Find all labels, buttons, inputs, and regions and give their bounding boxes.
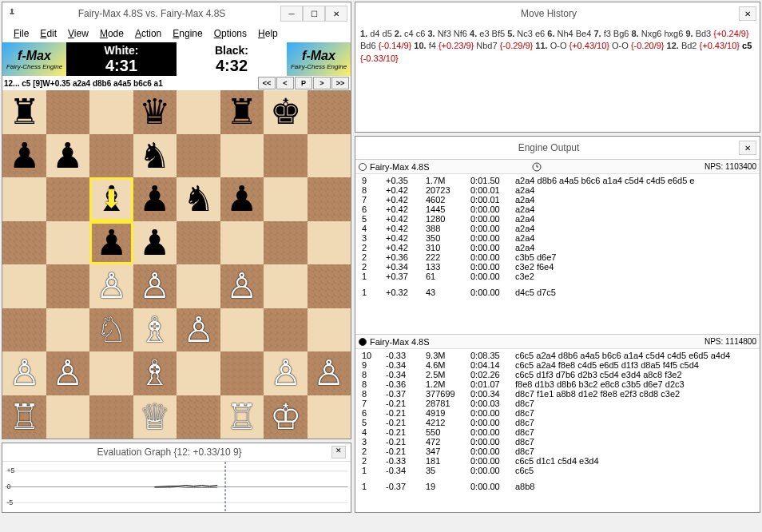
piece[interactable]: ♞ <box>139 138 170 173</box>
nav-btn-[interactable]: << <box>258 77 276 89</box>
square-a2[interactable]: ♙ <box>2 351 46 395</box>
square-b1[interactable] <box>46 395 90 439</box>
square-f8[interactable]: ♜ <box>220 90 264 134</box>
square-g7[interactable] <box>264 134 308 178</box>
square-e4[interactable] <box>177 264 220 308</box>
piece[interactable]: ♟ <box>139 225 170 260</box>
square-b6[interactable] <box>46 177 90 221</box>
square-c8[interactable] <box>89 90 133 134</box>
piece[interactable]: ♙ <box>183 312 214 347</box>
square-g5[interactable] <box>264 221 308 265</box>
menu-view[interactable]: View <box>63 26 93 41</box>
square-d5[interactable]: ♟ <box>133 221 177 265</box>
eval-graph[interactable]: +5 0 -5 <box>2 461 351 512</box>
square-f1[interactable]: ♖ <box>220 395 264 439</box>
piece[interactable]: ♜ <box>226 94 257 129</box>
piece[interactable]: ♗ <box>139 312 170 347</box>
piece[interactable]: ♙ <box>139 268 170 304</box>
square-g1[interactable]: ♔ <box>264 395 308 439</box>
menu-edit[interactable]: Edit <box>35 26 62 41</box>
square-b8[interactable] <box>46 90 90 134</box>
piece[interactable]: ♙ <box>9 355 40 391</box>
square-h5[interactable] <box>308 221 351 265</box>
piece[interactable]: ♛ <box>139 94 170 129</box>
square-e1[interactable] <box>177 395 220 439</box>
history-close-button[interactable]: ✕ <box>739 6 756 21</box>
square-h4[interactable] <box>308 264 351 308</box>
square-g2[interactable]: ♙ <box>264 351 308 395</box>
move-history[interactable]: 1. d4 d5 2. c4 c6 3. Nf3 Nf6 4. e3 Bf5 5… <box>355 25 760 132</box>
square-e6[interactable]: ♞ <box>177 177 220 221</box>
nav-btn-[interactable]: >> <box>331 77 349 89</box>
square-b5[interactable] <box>46 221 90 265</box>
nav-btn-[interactable]: < <box>276 77 294 89</box>
square-c6[interactable]: ♝⬇ <box>89 177 133 221</box>
close-button[interactable]: ✕ <box>325 6 347 22</box>
piece[interactable]: ♟ <box>96 225 127 260</box>
piece[interactable]: ♖ <box>226 399 257 435</box>
chess-board[interactable]: ♜♛♜♚♟♟♞♝⬇♟♞♟♟♟♙♙♙♘♗♙♙♙♗♙♙♖♕♖♔ <box>2 90 351 439</box>
square-c7[interactable] <box>89 134 133 178</box>
nav-btn-[interactable]: > <box>313 77 331 89</box>
square-a3[interactable] <box>2 308 46 352</box>
piece[interactable]: ♞ <box>183 181 214 216</box>
square-e3[interactable]: ♙ <box>177 308 220 352</box>
menu-help[interactable]: Help <box>253 26 283 41</box>
square-f4[interactable]: ♙ <box>220 264 264 308</box>
menu-file[interactable]: File <box>9 26 34 41</box>
square-b4[interactable] <box>46 264 90 308</box>
square-d1[interactable]: ♕ <box>133 395 177 439</box>
piece[interactable]: ♜ <box>9 94 40 129</box>
menu-mode[interactable]: Mode <box>95 26 129 41</box>
square-e2[interactable] <box>177 351 220 395</box>
piece[interactable]: ♗ <box>139 355 170 391</box>
square-a1[interactable]: ♖ <box>2 395 46 439</box>
square-e7[interactable] <box>177 134 220 178</box>
square-d6[interactable]: ♟ <box>133 177 177 221</box>
engine1-output[interactable]: 9+0.351.7M0:01.50a2a4 d8b6 a4a5 b6c6 a1a… <box>355 174 760 334</box>
square-c5[interactable]: ♟ <box>89 221 133 265</box>
menu-engine[interactable]: Engine <box>168 26 207 41</box>
square-g8[interactable]: ♚ <box>264 90 308 134</box>
square-a6[interactable] <box>2 177 46 221</box>
piece[interactable]: ♙ <box>270 355 301 391</box>
square-g6[interactable] <box>264 177 308 221</box>
square-c4[interactable]: ♙ <box>89 264 133 308</box>
piece[interactable]: ♟ <box>52 138 83 173</box>
square-h3[interactable] <box>308 308 351 352</box>
menu-options[interactable]: Options <box>209 26 252 41</box>
square-c3[interactable]: ♘ <box>89 308 133 352</box>
square-g4[interactable] <box>264 264 308 308</box>
square-f2[interactable] <box>220 351 264 395</box>
square-h6[interactable] <box>308 177 351 221</box>
piece[interactable]: ♚ <box>270 94 301 129</box>
square-f7[interactable] <box>220 134 264 178</box>
piece[interactable]: ♙ <box>313 355 344 391</box>
engine2-output[interactable]: 10-0.339.3M0:08.35c6c5 a2a4 d8b6 a4a5 b6… <box>355 349 760 509</box>
square-c2[interactable] <box>89 351 133 395</box>
square-d2[interactable]: ♗ <box>133 351 177 395</box>
square-f6[interactable]: ♟ <box>220 177 264 221</box>
square-f5[interactable] <box>220 221 264 265</box>
square-a4[interactable] <box>2 264 46 308</box>
square-c1[interactable] <box>89 395 133 439</box>
engine-close-button[interactable]: ✕ <box>739 141 756 155</box>
minimize-button[interactable]: ─ <box>280 6 303 22</box>
square-a7[interactable]: ♟ <box>2 134 46 178</box>
square-d3[interactable]: ♗ <box>133 308 177 352</box>
piece[interactable]: ♟ <box>139 181 170 216</box>
piece[interactable]: ♙ <box>226 268 257 304</box>
square-h2[interactable]: ♙ <box>308 351 351 395</box>
square-b3[interactable] <box>46 308 90 352</box>
piece[interactable]: ♟ <box>9 138 40 173</box>
piece[interactable]: ♕ <box>139 399 170 435</box>
square-h8[interactable] <box>308 90 351 134</box>
square-b7[interactable]: ♟ <box>46 134 90 178</box>
piece[interactable]: ♘ <box>96 312 127 347</box>
piece[interactable]: ♔ <box>270 399 301 435</box>
square-a8[interactable]: ♜ <box>2 90 46 134</box>
piece[interactable]: ♖ <box>9 399 40 435</box>
square-a5[interactable] <box>2 221 46 265</box>
piece[interactable]: ♟ <box>226 181 257 216</box>
eval-close-button[interactable]: ✕ <box>331 446 346 459</box>
